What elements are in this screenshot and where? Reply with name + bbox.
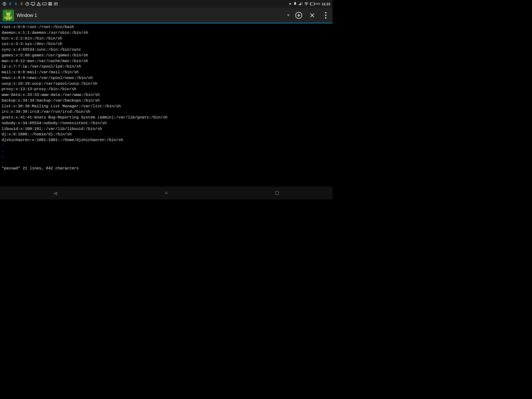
- svg-rect-44: [11, 16, 12, 19]
- svg-rect-42: [6, 16, 11, 19]
- svg-rect-43: [4, 16, 5, 19]
- display-icon: [31, 2, 35, 6]
- recents-button[interactable]: □: [272, 188, 282, 198]
- terminal-line: lp:x:7:7:lp:/var/spool/lpd:/bin/sh: [2, 64, 331, 70]
- svg-point-37: [6, 11, 6, 12]
- terminal-line: sync:x:4:65534:sync:/bin:/bin/sync: [2, 47, 331, 53]
- status-bar: S S S: [0, 0, 332, 8]
- svg-rect-34: [315, 3, 315, 5]
- svg-rect-45: [6, 19, 8, 20]
- terminal-output: root:x:0:0:root:/root:/bin/bashdaemon:x:…: [0, 23, 332, 187]
- wifi-icon: [304, 2, 308, 6]
- battery-indicator: 4%: [310, 2, 320, 5]
- svg-point-54: [325, 17, 327, 19]
- svg-point-52: [325, 12, 327, 14]
- terminal-line: news:x:9:9:news:/var/spool/news:/bin/sh: [2, 75, 331, 81]
- grid-icon: [48, 2, 52, 6]
- svg-rect-1: [4, 3, 5, 4]
- more-options-button[interactable]: [322, 11, 330, 19]
- svg-rect-12: [42, 3, 46, 5]
- status-right: ✦: [289, 2, 330, 6]
- terminal-lines: root:x:0:0:root:/root:/bin/bashdaemon:x:…: [2, 24, 331, 143]
- svg-rect-28: [300, 4, 300, 5]
- tilde-line: ~: [2, 154, 331, 160]
- notification-icon-3: S: [14, 2, 18, 6]
- window-title: Window 1: [17, 13, 287, 18]
- svg-rect-20: [49, 4, 50, 5]
- terminal-line: dj:x:0:1000::/homie/dj:/bin/sh: [2, 132, 331, 137]
- notification-icon-2: S: [8, 2, 12, 6]
- svg-rect-19: [50, 2, 52, 4]
- terminal-line: daemon:x:1:1:daemon:/usr/sbin:/bin/sh: [2, 30, 331, 36]
- terminal-line: proxy:x:13:13:proxy:/bin:/bin/sh: [2, 87, 331, 92]
- terminal-line: games:x:5:60:games:/usr/games:/bin/sh: [2, 53, 331, 58]
- tilde-line: ~: [2, 149, 331, 155]
- svg-point-39: [10, 11, 11, 12]
- app-icon: [3, 10, 14, 21]
- svg-point-11: [38, 5, 39, 5]
- terminal-line: bin:x:2:2:bin:/bin:/bin/sh: [2, 36, 331, 42]
- time-display: 11:21: [322, 2, 330, 6]
- tilde-lines: ~~~~: [2, 143, 331, 166]
- title-bar: Window 1 ▼: [0, 8, 332, 23]
- svg-rect-18: [49, 2, 50, 4]
- terminal-line: backup:x:34:34:backup:/var/backups:/bin/…: [2, 98, 331, 104]
- terminal-line: nobody:x:34:65534:nobody:/nonexistent:/b…: [2, 121, 331, 126]
- home-button[interactable]: ○: [161, 188, 171, 198]
- svg-rect-30: [301, 2, 302, 5]
- status-icons: S S S: [2, 2, 58, 6]
- svg-rect-46: [9, 19, 10, 20]
- add-window-button[interactable]: [295, 11, 303, 19]
- bluetooth-icon: ✦: [289, 2, 292, 6]
- terminal-line: gnats:x:41:41:Gnats Bug-Reporting System…: [2, 115, 331, 121]
- terminal-line: list:x:38:38:Mailing List Manager:/var/l…: [2, 104, 331, 109]
- svg-point-41: [9, 14, 10, 15]
- clock-icon: [25, 2, 30, 6]
- svg-rect-2: [4, 4, 5, 5]
- warning-icon: [36, 2, 41, 6]
- svg-rect-29: [300, 3, 301, 5]
- dropdown-indicator: ▼: [287, 13, 289, 17]
- tilde-line: ~: [2, 143, 331, 149]
- terminal-status-line: "passwd" 21 lines, 842 characters: [2, 166, 331, 171]
- svg-rect-6: [31, 2, 35, 5]
- terminal-line: djshichaoren:x:1001:1001::/home/djshicha…: [2, 137, 331, 143]
- svg-point-53: [325, 15, 327, 16]
- tilde-line: ~: [2, 160, 331, 166]
- svg-rect-27: [299, 4, 299, 5]
- terminal-line: libuuid:x:100:101::/var/lib/libuuid:/bin…: [2, 126, 331, 132]
- close-button[interactable]: [308, 11, 316, 19]
- terminal-line: mail:x:8:8:mail:/var/mail:/bin/sh: [2, 70, 331, 75]
- terminal-line: sys:x:3:3:sys:/dev:/bin/sh: [2, 41, 331, 47]
- svg-point-40: [7, 14, 8, 15]
- notification-icon-4: S: [19, 2, 24, 6]
- bell-icon: [293, 2, 297, 6]
- title-buttons: [295, 11, 330, 19]
- terminal-line: www-data:x:33:33:www-data:/var/www:/bin/…: [2, 92, 331, 98]
- svg-rect-35: [310, 3, 311, 5]
- back-button[interactable]: ◁: [50, 188, 61, 198]
- nav-bar: ◁ ○ □: [0, 187, 332, 200]
- terminal-line: root:x:0:0:root:/root:/bin/bash: [2, 24, 331, 30]
- svg-point-32: [306, 5, 307, 5]
- keyboard-icon: [42, 2, 47, 6]
- signal-icon: [298, 2, 303, 6]
- text-icon: [54, 2, 58, 6]
- terminal-line: man:x:6:12:man:/var/cache/man:/bin/sh: [2, 58, 331, 64]
- terminal-line: uucp:x:10:10:uucp:/var/spool/uucp:/bin/s…: [2, 81, 331, 87]
- svg-rect-21: [50, 4, 52, 5]
- terminal-line: irc:x:39:39:ircd:/var/run/ircd:/bin/sh: [2, 109, 331, 115]
- battery-percent: 4%: [316, 2, 320, 5]
- notification-icon-1: [2, 2, 7, 6]
- svg-rect-31: [302, 2, 302, 5]
